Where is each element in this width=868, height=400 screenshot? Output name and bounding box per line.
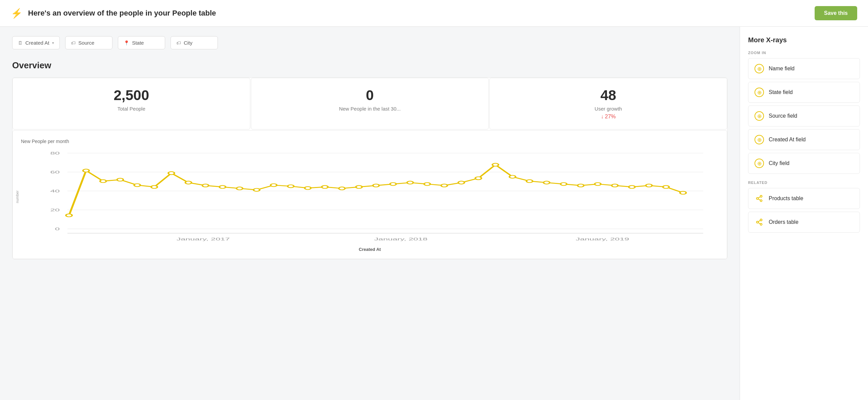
total-people-label: Total People bbox=[25, 106, 238, 112]
svg-point-17 bbox=[117, 178, 123, 181]
filter-city[interactable]: 🏷 City bbox=[171, 36, 218, 49]
zoom-plus-icon-source: ⊕ bbox=[755, 111, 764, 121]
sidebar-item-orders-table[interactable]: Orders table bbox=[748, 212, 860, 233]
sidebar-title: More X-rays bbox=[748, 36, 860, 44]
svg-point-35 bbox=[424, 183, 430, 186]
overview-section: 2,500 Total People 0 New People in the l… bbox=[12, 77, 727, 259]
svg-point-27 bbox=[288, 185, 294, 188]
svg-point-40 bbox=[509, 175, 515, 179]
svg-point-30 bbox=[339, 187, 345, 190]
filter-city-label: City bbox=[184, 40, 193, 46]
source-field-label: Source field bbox=[769, 113, 797, 119]
sidebar-item-city-field[interactable]: ⊕ City field bbox=[748, 153, 860, 174]
total-people-value: 2,500 bbox=[25, 88, 238, 103]
svg-point-28 bbox=[305, 187, 311, 190]
svg-text:80: 80 bbox=[50, 151, 60, 155]
zoom-plus-icon-name: ⊕ bbox=[755, 64, 764, 73]
sidebar-item-created-at-field[interactable]: ⊕ Created At field bbox=[748, 129, 860, 150]
sidebar-item-products-table[interactable]: Products table bbox=[748, 188, 860, 209]
svg-point-44 bbox=[578, 184, 584, 187]
svg-line-54 bbox=[758, 199, 760, 200]
pin-icon: 📍 bbox=[124, 40, 129, 46]
filter-state[interactable]: 📍 State bbox=[118, 36, 165, 49]
svg-line-55 bbox=[758, 197, 760, 198]
created-at-field-label: Created At field bbox=[769, 137, 806, 143]
stat-total-people: 2,500 Total People bbox=[12, 78, 250, 130]
share-icon-orders bbox=[755, 217, 764, 227]
zoom-plus-icon-created-at: ⊕ bbox=[755, 135, 764, 144]
share-icon-products bbox=[755, 194, 764, 203]
chevron-down-icon: ▾ bbox=[52, 41, 54, 45]
chart-title: New People per month bbox=[21, 139, 719, 144]
zoom-plus-icon-city: ⊕ bbox=[755, 159, 764, 168]
header: ⚡ Here's an overview of the people in yo… bbox=[0, 0, 868, 27]
zoom-in-label: ZOOM IN bbox=[748, 51, 860, 55]
stats-row: 2,500 Total People 0 New People in the l… bbox=[12, 78, 727, 130]
filter-created-at-label: Created At bbox=[25, 40, 49, 46]
filters-bar: 🗓 Created At ▾ 🏷 Source 📍 State 🏷 City bbox=[12, 36, 727, 49]
svg-point-21 bbox=[185, 181, 192, 184]
svg-text:60: 60 bbox=[50, 170, 60, 174]
orders-table-label: Orders table bbox=[769, 219, 798, 225]
svg-text:40: 40 bbox=[50, 189, 60, 193]
chart-wrapper: number 80 60 bbox=[21, 149, 719, 244]
stat-new-people: 0 New People in the last 30... bbox=[251, 78, 489, 130]
svg-point-19 bbox=[151, 186, 157, 189]
sidebar-item-name-field[interactable]: ⊕ Name field bbox=[748, 58, 860, 79]
svg-point-15 bbox=[83, 169, 89, 172]
svg-point-16 bbox=[100, 180, 106, 183]
right-sidebar: More X-rays ZOOM IN ⊕ Name field ⊕ State… bbox=[740, 27, 868, 400]
svg-text:January, 2018: January, 2018 bbox=[374, 237, 428, 241]
svg-text:0: 0 bbox=[55, 227, 60, 231]
filter-state-label: State bbox=[132, 40, 144, 46]
lightning-icon: ⚡ bbox=[11, 8, 23, 19]
svg-point-45 bbox=[595, 183, 601, 186]
svg-point-48 bbox=[646, 184, 652, 187]
user-growth-label: User growth bbox=[502, 106, 715, 112]
svg-point-36 bbox=[441, 184, 447, 187]
user-growth-value: 48 bbox=[502, 88, 715, 103]
svg-point-20 bbox=[168, 172, 174, 175]
page-title: Here's an overview of the people in your… bbox=[28, 9, 216, 18]
svg-point-39 bbox=[492, 163, 499, 166]
content-area: 🗓 Created At ▾ 🏷 Source 📍 State 🏷 City bbox=[0, 27, 740, 400]
new-people-value: 0 bbox=[263, 88, 476, 103]
related-label: RELATED bbox=[748, 181, 860, 185]
overview-title: Overview bbox=[12, 60, 727, 71]
svg-line-60 bbox=[758, 220, 760, 222]
svg-point-37 bbox=[458, 181, 464, 184]
svg-point-25 bbox=[254, 188, 260, 191]
state-field-label: State field bbox=[769, 89, 793, 95]
stat-user-growth: 48 User growth ↓ 27% bbox=[489, 78, 727, 130]
svg-point-29 bbox=[322, 186, 328, 189]
line-chart: 80 60 40 20 0 January, 2017 January, 201… bbox=[21, 149, 719, 244]
svg-text:January, 2019: January, 2019 bbox=[576, 237, 629, 241]
svg-point-26 bbox=[271, 184, 277, 187]
filter-created-at[interactable]: 🗓 Created At ▾ bbox=[12, 36, 60, 49]
main-layout: 🗓 Created At ▾ 🏷 Source 📍 State 🏷 City bbox=[0, 27, 868, 400]
svg-point-41 bbox=[527, 180, 533, 183]
svg-text:January, 2017: January, 2017 bbox=[176, 237, 230, 241]
svg-point-38 bbox=[475, 177, 481, 180]
svg-text:20: 20 bbox=[50, 208, 60, 212]
user-growth-change: ↓ 27% bbox=[502, 114, 715, 120]
growth-percent: 27% bbox=[605, 114, 616, 120]
filter-source-label: Source bbox=[78, 40, 95, 46]
city-field-label: City field bbox=[769, 160, 789, 166]
sidebar-item-state-field[interactable]: ⊕ State field bbox=[748, 82, 860, 103]
svg-point-14 bbox=[66, 214, 72, 217]
filter-source[interactable]: 🏷 Source bbox=[65, 36, 112, 49]
new-people-label: New People in the last 30... bbox=[263, 106, 476, 112]
chart-container: New People per month number bbox=[12, 130, 727, 259]
save-button[interactable]: Save this bbox=[815, 6, 857, 20]
zoom-plus-icon-state: ⊕ bbox=[755, 88, 764, 97]
calendar-icon: 🗓 bbox=[18, 40, 23, 46]
svg-point-46 bbox=[612, 184, 618, 187]
sidebar-item-source-field[interactable]: ⊕ Source field bbox=[748, 105, 860, 126]
svg-point-47 bbox=[629, 186, 635, 189]
svg-point-42 bbox=[543, 181, 550, 184]
svg-point-34 bbox=[407, 181, 413, 184]
header-left: ⚡ Here's an overview of the people in yo… bbox=[11, 8, 216, 19]
svg-point-33 bbox=[390, 183, 396, 186]
tag2-icon: 🏷 bbox=[176, 40, 181, 46]
